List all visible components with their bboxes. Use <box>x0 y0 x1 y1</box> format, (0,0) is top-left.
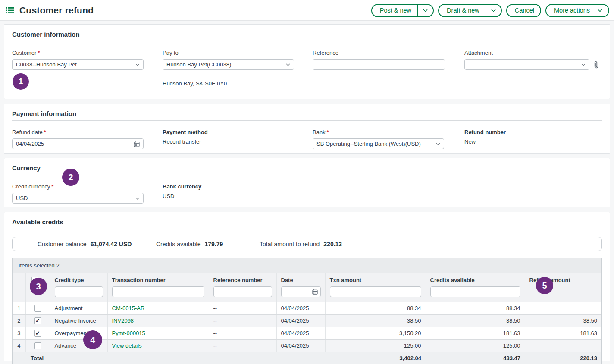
transaction-link[interactable]: View details <box>112 342 142 349</box>
section-title-available-credits: Available credits <box>12 217 602 226</box>
items-selected-bar: Items selected 2 <box>13 258 601 273</box>
credits-available-label: Credits available <box>156 241 201 248</box>
total-refund-amount: 220.13 <box>525 352 601 364</box>
reference-label: Reference <box>313 50 464 56</box>
section-title-customer-information: Customer information <box>12 29 602 38</box>
required-asterisk: * <box>327 129 329 135</box>
payment-method-value: Record transfer <box>163 138 313 145</box>
attachment-field-group: Attachment <box>464 50 602 87</box>
attachment-select[interactable] <box>464 59 589 70</box>
more-actions-button[interactable]: More actions <box>545 4 609 17</box>
payment-method-label: Payment method <box>163 129 313 135</box>
column-header-credits-available[interactable]: Credits available <box>426 273 525 302</box>
reference-number-cell: -- <box>209 327 276 339</box>
refund-date-label: Refund date <box>12 129 43 135</box>
chevron-down-icon <box>436 143 440 145</box>
cancel-button[interactable]: Cancel <box>506 4 541 17</box>
column-header-txn-amount[interactable]: Txn amount <box>325 273 426 302</box>
refund-amount-cell: 181.63 <box>525 327 601 339</box>
more-actions-chevron-icon <box>596 5 608 16</box>
column-header-credit-type[interactable]: Credit type <box>50 273 107 302</box>
section-divider <box>12 41 602 41</box>
reference-number-cell: -- <box>209 302 276 314</box>
table-total-row: Total 3,402.04 433.47 220.13 <box>13 352 601 364</box>
reference-number-cell: -- <box>209 314 276 327</box>
draft-and-new-dropdown[interactable] <box>486 5 501 16</box>
customer-value: C0038--Hudson Bay Pet <box>16 61 133 68</box>
customer-field-group: Customer* C0038--Hudson Bay Pet <box>12 50 163 87</box>
total-refund-label: Total amount to refund <box>260 241 320 248</box>
refund-number-value: New <box>464 138 602 145</box>
refund-amount-cell: 38.50 <box>525 314 601 327</box>
pay-to-field-group: Pay to Hudson Bay Pet(CC0038) Hudson Bay… <box>163 50 313 87</box>
filter-credits-available[interactable] <box>430 286 520 297</box>
bank-select[interactable]: SB Operating--Sterling Bank (West)(USD) <box>313 138 444 149</box>
pay-to-address: Hudson Bay, SK S0E 0Y0 <box>163 80 313 87</box>
callout-badge-2: 2 <box>62 169 79 186</box>
transaction-number-cell: CM-0015-AR <box>107 302 209 314</box>
attachment-label: Attachment <box>464 50 602 56</box>
column-header-date[interactable]: Date <box>276 273 325 302</box>
credits-available-cell: 125.00 <box>426 339 525 352</box>
customer-label: Customer <box>12 50 36 56</box>
credit-currency-value: USD <box>16 195 133 201</box>
credits-available-cell: 88.34 <box>426 302 525 314</box>
column-header-reference-number[interactable]: Reference number <box>209 273 276 302</box>
credit-currency-select[interactable]: USD <box>12 193 144 204</box>
txn-amount-cell: 3,150.20 <box>325 327 426 339</box>
pay-to-label: Pay to <box>163 50 313 56</box>
filter-txn-amount[interactable] <box>330 286 421 297</box>
credit-currency-label: Credit currency <box>12 183 50 190</box>
callout-badge-5: 5 <box>536 277 553 294</box>
callout-badge-3: 3 <box>30 278 47 295</box>
customer-balance-value: 61,074.42 USD <box>91 241 132 248</box>
post-and-new-button[interactable]: Post & new <box>371 4 434 17</box>
transaction-link[interactable]: CM-0015-AR <box>112 305 145 311</box>
refund-date-field-group: Refund date* 04/04/2025 <box>12 129 163 149</box>
filter-date[interactable] <box>281 286 321 297</box>
date-cell: 04/04/2025 <box>276 314 325 327</box>
bank-value: SB Operating--Sterling Bank (West)(USD) <box>316 141 433 147</box>
row-number: 2 <box>13 314 25 327</box>
credit-type-cell: Adjustment <box>50 302 107 314</box>
callout-badge-4: 4 <box>83 330 102 349</box>
paperclip-icon[interactable] <box>593 60 600 69</box>
chevron-down-icon <box>135 197 140 200</box>
credits-available-value: 179.79 <box>205 241 223 248</box>
total-label: Total <box>25 352 107 364</box>
row-checkbox-cell <box>25 302 50 314</box>
row-checkbox-checked[interactable]: ✓ <box>34 317 41 324</box>
draft-and-new-button[interactable]: Draft & new <box>438 4 502 17</box>
filter-transaction-number[interactable] <box>112 286 204 297</box>
customer-balance-label: Customer balance <box>38 241 87 248</box>
column-header-transaction-number[interactable]: Transaction number <box>107 273 209 302</box>
transaction-link[interactable]: INV2098 <box>112 317 134 324</box>
row-number: 3 <box>13 327 25 339</box>
date-cell: 04/04/2025 <box>276 302 325 314</box>
row-checkbox-checked[interactable]: ✓ <box>34 330 41 337</box>
customer-select[interactable]: C0038--Hudson Bay Pet <box>12 59 144 70</box>
transaction-number-cell: View details <box>107 339 209 352</box>
transaction-link[interactable]: Pymt-000015 <box>112 330 145 336</box>
reference-input[interactable] <box>313 59 445 70</box>
post-and-new-dropdown[interactable] <box>417 5 433 16</box>
filter-reference-number[interactable] <box>213 286 272 297</box>
customer-information-section: Customer information Customer* C0038--Hu… <box>4 24 610 99</box>
row-checkbox[interactable] <box>34 305 41 312</box>
calendar-icon[interactable] <box>134 141 140 147</box>
pay-to-select[interactable]: Hudson Bay Pet(CC0038) <box>163 59 294 70</box>
refund-amount-cell <box>525 302 601 314</box>
row-checkbox[interactable] <box>34 342 41 349</box>
more-actions-label: More actions <box>546 5 596 16</box>
chevron-down-icon <box>286 63 290 66</box>
bank-currency-label: Bank currency <box>163 183 313 190</box>
draft-and-new-label: Draft & new <box>439 5 486 16</box>
chevron-down-icon <box>581 63 586 66</box>
refund-date-input[interactable]: 04/04/2025 <box>12 138 144 149</box>
section-divider <box>12 120 602 121</box>
list-menu-icon[interactable] <box>6 7 14 14</box>
currency-section: Currency Credit currency* USD Bank curre… <box>4 158 610 207</box>
filter-credit-type[interactable] <box>55 286 103 297</box>
refund-number-label: Refund number <box>464 129 602 135</box>
row-number: 4 <box>13 339 25 352</box>
